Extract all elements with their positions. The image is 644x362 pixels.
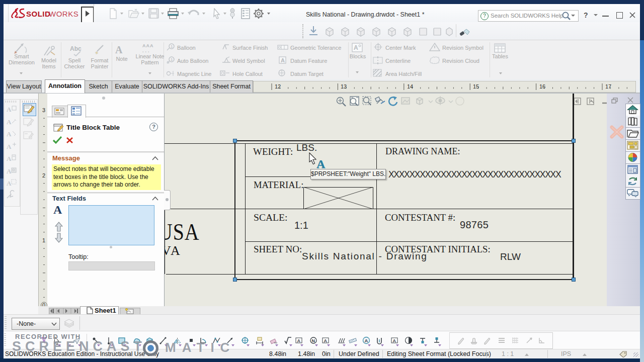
svg-text:A: A: [354, 44, 358, 51]
svg-text:1: 1: [171, 44, 173, 49]
svg-text:A: A: [7, 143, 12, 150]
svg-text:3: 3: [42, 107, 45, 113]
svg-text:A: A: [7, 118, 12, 126]
svg-text:A: A: [297, 338, 301, 343]
svg-text:A: A: [7, 106, 12, 113]
svg-text:A: A: [7, 155, 12, 162]
svg-text:A: A: [393, 338, 396, 343]
svg-text:N: N: [312, 338, 315, 343]
svg-text:A: A: [324, 338, 328, 343]
svg-text:1: 1: [171, 57, 173, 62]
svg-text:A: A: [7, 130, 12, 138]
svg-text:1: 1: [42, 237, 45, 243]
svg-text:A: A: [7, 167, 12, 175]
svg-text:SOLID: SOLID: [26, 10, 50, 18]
svg-text:2: 2: [42, 172, 45, 178]
svg-text:A: A: [7, 179, 12, 187]
svg-text:A: A: [281, 57, 285, 63]
svg-text:A: A: [365, 338, 368, 343]
svg-text:WORKS: WORKS: [49, 10, 78, 18]
